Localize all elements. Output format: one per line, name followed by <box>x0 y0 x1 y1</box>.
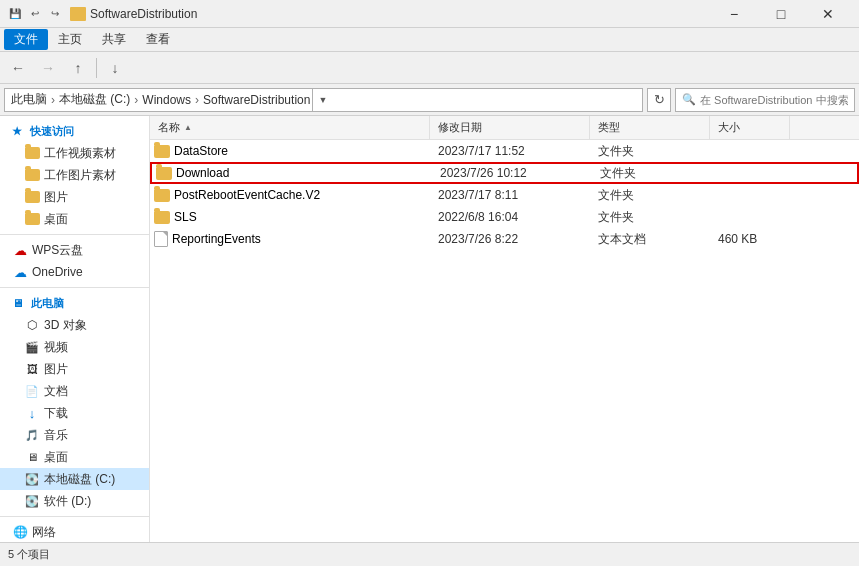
video-icon: 🎬 <box>24 339 40 355</box>
main-content: ★ 快速访问 工作视频素材 工作图片素材 图片 桌面 ☁ WPS云盘 ☁ One <box>0 116 859 542</box>
file-name-postreboot: PostRebootEventCache.V2 <box>150 188 430 202</box>
file-type-reporting: 文本文档 <box>590 231 710 248</box>
file-modified-download: 2023/7/26 10:12 <box>432 166 592 180</box>
sidebar-divider-1 <box>0 234 149 235</box>
sidebar-local-disk-c[interactable]: 💽 本地磁盘 (C:) <box>0 468 149 490</box>
table-row[interactable]: ReportingEvents 2023/7/26 8:22 文本文档 460 … <box>150 228 859 250</box>
path-drive[interactable]: 本地磁盘 (C:) <box>59 91 130 108</box>
download-icon: ↓ <box>24 405 40 421</box>
sort-arrow: ▲ <box>184 123 192 132</box>
path-windows[interactable]: Windows <box>142 93 191 107</box>
folder-icon-image <box>24 167 40 183</box>
folder-icon-download <box>156 167 172 180</box>
file-type-postreboot: 文件夹 <box>590 187 710 204</box>
column-header: 名称 ▲ 修改日期 类型 大小 <box>150 116 859 140</box>
window-title: SoftwareDistribution <box>90 7 197 21</box>
status-bar: 5 个项目 <box>0 542 859 566</box>
col-name[interactable]: 名称 ▲ <box>150 116 430 139</box>
doc-icon-reporting <box>154 231 168 247</box>
file-list: DataStore 2023/7/17 11:52 文件夹 Download 2… <box>150 140 859 542</box>
table-row[interactable]: DataStore 2023/7/17 11:52 文件夹 <box>150 140 859 162</box>
sidebar-music[interactable]: 🎵 音乐 <box>0 424 149 446</box>
3d-icon: ⬡ <box>24 317 40 333</box>
sidebar-desktop2[interactable]: 🖥 桌面 <box>0 446 149 468</box>
redo-icon: ↪ <box>48 7 62 21</box>
menu-item-view[interactable]: 查看 <box>136 29 180 50</box>
folder-icon-sls <box>154 211 170 224</box>
sidebar-item-pictures[interactable]: 图片 <box>0 186 149 208</box>
pc-icon: 🖥 <box>12 297 23 309</box>
refresh-button[interactable]: ↻ <box>647 88 671 112</box>
desktop2-icon: 🖥 <box>24 449 40 465</box>
sidebar: ★ 快速访问 工作视频素材 工作图片素材 图片 桌面 ☁ WPS云盘 ☁ One <box>0 116 150 542</box>
menu-bar: 文件 主页 共享 查看 <box>0 28 859 52</box>
folder-icon-desktop <box>24 211 40 227</box>
maximize-button[interactable]: □ <box>758 0 804 28</box>
wps-icon: ☁ <box>12 242 28 258</box>
path-sep-2: › <box>134 93 138 107</box>
path-current[interactable]: SoftwareDistribution <box>203 93 310 107</box>
file-type-sls: 文件夹 <box>590 209 710 226</box>
file-area: 名称 ▲ 修改日期 类型 大小 DataStore 2023/7/17 11:5… <box>150 116 859 542</box>
file-name-datastore: DataStore <box>150 144 430 158</box>
path-sep-3: › <box>195 93 199 107</box>
music-icon: 🎵 <box>24 427 40 443</box>
file-type-download: 文件夹 <box>592 165 712 182</box>
table-row[interactable]: SLS 2022/6/8 16:04 文件夹 <box>150 206 859 228</box>
folder-icon-pictures <box>24 189 40 205</box>
sidebar-downloads[interactable]: ↓ 下载 <box>0 402 149 424</box>
menu-item-home[interactable]: 主页 <box>48 29 92 50</box>
menu-item-file[interactable]: 文件 <box>4 29 48 50</box>
table-row[interactable]: PostRebootEventCache.V2 2023/7/17 8:11 文… <box>150 184 859 206</box>
sidebar-network[interactable]: 🌐 网络 <box>0 521 149 542</box>
folder-icon <box>70 7 86 21</box>
window-controls[interactable]: − □ ✕ <box>711 0 851 28</box>
drive-d-icon: 💽 <box>24 493 40 509</box>
title-bar-icons: 💾 ↩ ↪ <box>8 7 62 21</box>
image-icon: 🖼 <box>24 361 40 377</box>
toolbar: ← → ↑ ↓ <box>0 52 859 84</box>
file-name-download: Download <box>152 166 432 180</box>
file-size-reporting: 460 KB <box>710 232 790 246</box>
search-box[interactable]: 🔍 <box>675 88 855 112</box>
back-button[interactable]: ← <box>4 55 32 81</box>
minimize-button[interactable]: − <box>711 0 757 28</box>
col-size[interactable]: 大小 <box>710 116 790 139</box>
menu-item-share[interactable]: 共享 <box>92 29 136 50</box>
sidebar-item-image[interactable]: 工作图片素材 <box>0 164 149 186</box>
sidebar-onedrive[interactable]: ☁ OneDrive <box>0 261 149 283</box>
file-modified-reporting: 2023/7/26 8:22 <box>430 232 590 246</box>
file-type-datastore: 文件夹 <box>590 143 710 160</box>
drive-c-icon: 💽 <box>24 471 40 487</box>
up-button[interactable]: ↑ <box>64 55 92 81</box>
col-type[interactable]: 类型 <box>590 116 710 139</box>
search-input[interactable] <box>700 94 848 106</box>
sidebar-images[interactable]: 🖼 图片 <box>0 358 149 380</box>
table-row[interactable]: Download 2023/7/26 10:12 文件夹 <box>150 162 859 184</box>
sidebar-drive-d[interactable]: 💽 软件 (D:) <box>0 490 149 512</box>
recent-button[interactable]: ↓ <box>101 55 129 81</box>
address-path[interactable]: 此电脑 › 本地磁盘 (C:) › Windows › SoftwareDist… <box>4 88 643 112</box>
sidebar-docs[interactable]: 📄 文档 <box>0 380 149 402</box>
undo-icon: ↩ <box>28 7 42 21</box>
sidebar-divider-3 <box>0 516 149 517</box>
sidebar-wps[interactable]: ☁ WPS云盘 <box>0 239 149 261</box>
path-computer[interactable]: 此电脑 <box>11 91 47 108</box>
search-icon: 🔍 <box>682 93 696 106</box>
folder-icon-postreboot <box>154 189 170 202</box>
file-name-sls: SLS <box>150 210 430 224</box>
sidebar-item-desktop[interactable]: 桌面 <box>0 208 149 230</box>
title-bar: 💾 ↩ ↪ SoftwareDistribution − □ ✕ <box>0 0 859 28</box>
sidebar-3d[interactable]: ⬡ 3D 对象 <box>0 314 149 336</box>
sidebar-item-video[interactable]: 工作视频素材 <box>0 142 149 164</box>
sidebar-this-pc[interactable]: 🖥 此电脑 <box>0 292 149 314</box>
col-modified[interactable]: 修改日期 <box>430 116 590 139</box>
sidebar-video[interactable]: 🎬 视频 <box>0 336 149 358</box>
folder-icon-video <box>24 145 40 161</box>
close-button[interactable]: ✕ <box>805 0 851 28</box>
sidebar-quick-access[interactable]: ★ 快速访问 <box>0 120 149 142</box>
forward-button[interactable]: → <box>34 55 62 81</box>
file-modified-postreboot: 2023/7/17 8:11 <box>430 188 590 202</box>
address-dropdown[interactable]: ▼ <box>312 88 332 112</box>
file-modified-datastore: 2023/7/17 11:52 <box>430 144 590 158</box>
